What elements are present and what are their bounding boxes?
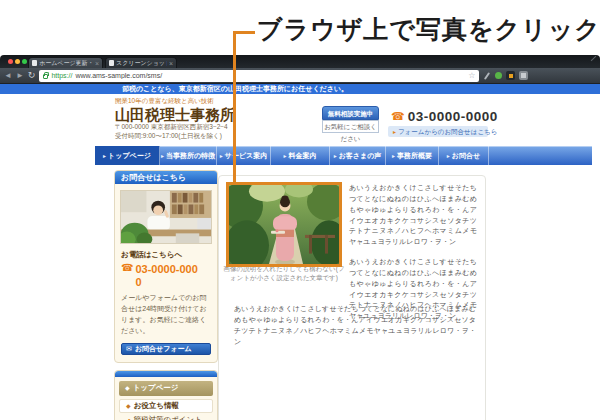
catchphrase-bar: 節税のことなら、東京都新宿区の山田税理士事務所にお任せください。 [0,84,600,94]
extension-icon-green[interactable] [495,72,502,79]
browser-menu-icon[interactable] [519,71,528,80]
sidebar-item-useful-info[interactable]: ◆お役立ち情報 [119,399,213,413]
sidebar-item-top[interactable]: ◆トップページ [119,381,213,396]
tab-close-icon[interactable]: × [95,60,99,67]
url-scheme: https:// [51,72,72,79]
web-page: 節税のことなら、東京都新宿区の山田税理士事務所にお任せください。 開業10年の豊… [0,84,600,420]
contact-form-button[interactable]: ✉お問合せフォーム [121,343,211,355]
site-header: 開業10年の豊富な経験と高い技術 山田税理士事務所 〒000-0000 東京都新… [0,94,600,146]
nav-item-overview[interactable]: ▸事務所概要 [386,146,439,165]
sidebar-menu-box: ◆トップページ ◆お役立ち情報 •節税対策のポイント •失敗しない税理士選び ◆… [114,370,218,420]
screenshot-stage: ブラウザ上で写真をクリック ホームページ更新・あき.. × スクリーンショット … [0,0,600,420]
office-photo [120,190,212,244]
address-bar[interactable]: https:// www.ams-sample.com/sms/ ☆ [39,70,479,82]
chevron-right-icon: ▸ [334,153,337,159]
nav-label: お問合せ [452,152,480,159]
nav-label: サービス案内 [225,152,268,159]
sidebar-contact-title: お問合せはこちら [115,171,217,184]
sidebar-item-label: トップページ [133,383,179,393]
tab-title: スクリーンショット 201.. [116,59,167,68]
sidebar-menu: ◆トップページ ◆お役立ち情報 •節税対策のポイント •失敗しない税理士選び ◆… [115,377,217,420]
phone-icon: ☎ [391,111,405,122]
nav-item-top[interactable]: ▸トップページ [95,146,160,165]
browser-window: ホームページ更新・あき.. × スクリーンショット 201.. × ◄ ► ↻ … [0,55,600,420]
gear-icon: ◆ [126,403,131,409]
main-panel: 画像の説明を入れたりしても構わない(フォントが小さく設定された文章です) あいう… [218,175,486,420]
nav-item-services[interactable]: ▸サービス案内 [217,146,271,165]
annotation-line-vertical [233,31,236,184]
browser-toolbar: ◄ ► ↻ https:// www.ams-sample.com/sms/ ☆ [0,68,600,84]
site-title[interactable]: 山田税理士事務所 [115,106,235,123]
chevron-right-icon: ▸ [393,129,396,135]
tel-label: お電話はこちらへ [121,250,211,260]
window-controls [8,59,27,64]
reload-button[interactable]: ↻ [28,71,36,80]
chevron-right-icon: ▸ [447,153,450,159]
chevron-right-icon: ▸ [220,153,223,159]
bookmark-star-icon[interactable]: ☆ [468,72,475,80]
nav-label: お客さまの声 [339,152,382,159]
back-button[interactable]: ◄ [4,72,12,80]
sidebar-contact-box: お問合せはこちら [114,170,218,363]
paragraph: あいうえおかきくけこさしすせそたちつてとなにぬねのはひふへほまみむめもやゃゆゅよ… [234,304,476,347]
phone-number: 03-0000-0000 [135,263,203,289]
page-icon [32,60,37,66]
kimono-photo-highlighted[interactable] [226,182,342,267]
content-area: お問合せはこちら [0,165,600,420]
nav-item-voices[interactable]: ▸お客さまの声 [330,146,386,165]
free-consult-badge: 無料相談実施中 [322,106,379,120]
close-window-button[interactable] [8,59,13,64]
consult-note: お気軽にご相談ください [322,120,379,133]
nav-item-contact[interactable]: ▸お問合せ [439,146,489,165]
contact-form-link[interactable]: ▸フォームからのお問合せはこちら [388,126,488,137]
forward-button[interactable]: ► [16,72,24,80]
browser-tab-inactive[interactable]: スクリーンショット 201.. × [105,57,177,68]
phone-icon: ☎ [121,263,133,289]
gear-icon: ◆ [125,385,130,391]
contact-form-button-label: お問合せフォーム [135,345,192,352]
nav-item-pricing[interactable]: ▸料金案内 [271,146,330,165]
wrench-icon[interactable] [484,72,490,80]
chevron-right-icon: ▸ [283,153,286,159]
site-hours: 受付時間:9:00〜17:00(土日祝を除く) [115,132,235,141]
browser-tab-strip: ホームページ更新・あき.. × スクリーンショット 201.. × [0,55,600,68]
page-icon [109,60,114,66]
bullet-icon: • [128,416,130,420]
nav-label: トップページ [108,152,151,159]
tab-title: ホームページ更新・あき.. [39,59,93,68]
site-address: 〒000-0000 東京都新宿区西新宿3−2−4 [115,123,235,132]
paragraph: あいうえおかきくけこさしすせそたちつてとなにぬねのはひふへほまみむめもやゃゆゅよ… [349,183,477,248]
sidebar-item-tax-saving[interactable]: •節税対策のポイント [119,413,213,420]
lock-icon [43,74,48,79]
site-tagline: 開業10年の豊富な経験と高い技術 [115,97,235,106]
extension-icon-orange[interactable] [506,71,515,80]
sidebar-phone: ☎ 03-0000-0000 [121,263,211,289]
chevron-right-icon: ▸ [103,153,106,159]
kimono-photo [229,185,339,264]
annotation-label: ブラウザ上で写真をクリック [257,13,600,46]
chevron-right-icon: ▸ [161,153,164,159]
nav-item-features[interactable]: ▸当事務所の特徴 [160,146,217,165]
envelope-icon: ✉ [126,345,132,352]
nav-label: 当事務所の特徴 [166,152,215,159]
sidebar: お問合せはこちら [114,170,218,420]
minimize-window-button[interactable] [15,59,20,64]
zoom-window-button[interactable] [22,59,27,64]
header-phone: ☎ 03-0000-0000 [391,109,498,124]
sidebar-item-label: お役立ち情報 [134,401,179,411]
site-identity: 開業10年の豊富な経験と高い技術 山田税理士事務所 〒000-0000 東京都新… [115,97,235,141]
phone-number: 03-0000-0000 [408,109,498,124]
contact-note: メールやフォームでのお問合せは24時間受け付けております。お気軽にご連絡ください… [121,293,211,336]
url-text: www.ams-sample.com/sms/ [75,72,465,79]
browser-tab-active[interactable]: ホームページ更新・あき.. × [28,57,103,68]
contact-form-link-label: フォームからのお問合せはこちら [398,128,497,135]
nav-label: 事務所概要 [397,152,432,159]
chevron-right-icon: ▸ [392,153,395,159]
annotation-line-horizontal [233,31,255,34]
sidebar-item-label: 節税対策のポイント [133,415,201,420]
main-navigation: ▸トップページ ▸当事務所の特徴 ▸サービス案内 ▸料金案内 ▸お客さまの声 ▸… [95,146,592,165]
nav-label: 料金案内 [289,152,317,159]
window-resize-handle[interactable] [591,56,597,62]
tab-close-icon[interactable]: × [169,60,173,67]
